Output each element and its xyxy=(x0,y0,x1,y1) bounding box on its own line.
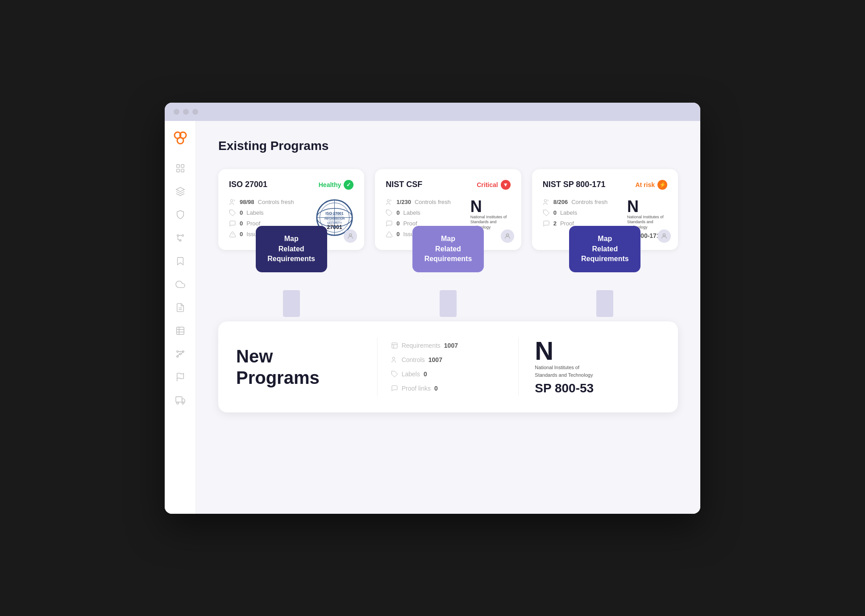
svg-point-40 xyxy=(544,200,546,202)
nist-sp800-labels-row: 0 Labels xyxy=(543,209,607,216)
new-req-row: Requirements 1007 xyxy=(391,342,505,349)
new-labels-label: Labels xyxy=(402,370,420,378)
main-content: Existing Programs ISO 27001 Healthy ✓ xyxy=(196,121,700,514)
new-proof-row: Proof links 0 xyxy=(391,385,505,392)
proof-icon xyxy=(229,220,236,227)
nist-sp800-map-btn[interactable]: Map Related Requirements xyxy=(569,226,640,272)
nist-csf-controls-value: 1/230 xyxy=(396,199,411,205)
proof-icon-4 xyxy=(391,385,398,392)
nist-csf-header: NIST CSF Critical ▼ xyxy=(386,180,510,190)
new-req-label: Requirements xyxy=(402,342,441,349)
labels-icon-3 xyxy=(543,209,550,216)
new-proof-label: Proof links xyxy=(402,385,431,392)
issues-icon xyxy=(229,231,236,238)
browser-titlebar xyxy=(165,103,700,121)
nist-sp800-map-btn-container: Map Related Requirements xyxy=(569,226,640,272)
controls-icon-3 xyxy=(543,199,550,206)
pipe-1 xyxy=(218,295,364,321)
nist-csf-map-btn-container: Map Related Requirements xyxy=(412,226,484,272)
nist-sp800-card: NIST SP 800-171 At risk ⚡ 8/206 xyxy=(532,169,678,250)
svg-point-23 xyxy=(182,402,184,404)
labels-icon xyxy=(229,209,236,216)
proof-icon-2 xyxy=(386,220,393,227)
nist-csf-labels-row: 0 Labels xyxy=(386,209,450,216)
svg-point-22 xyxy=(176,402,179,404)
nist-sp800-header: NIST SP 800-171 At risk ⚡ xyxy=(543,180,667,190)
flow-icon[interactable] xyxy=(174,348,187,360)
pipes-area xyxy=(218,295,678,321)
pipe-vertical-1 xyxy=(283,290,300,317)
iso27001-header: ISO 27001 Healthy ✓ xyxy=(229,180,353,190)
bookmark-icon[interactable] xyxy=(174,255,187,267)
nist-sp800-avatar xyxy=(657,229,671,243)
grid2-icon[interactable] xyxy=(174,325,187,337)
cloud-icon[interactable] xyxy=(174,278,187,291)
browser-content: Existing Programs ISO 27001 Healthy ✓ xyxy=(165,121,700,514)
pipe-3 xyxy=(532,295,678,321)
svg-rect-21 xyxy=(175,396,182,402)
iso27001-title: ISO 27001 xyxy=(229,180,267,189)
svg-point-39 xyxy=(506,233,508,236)
cards-row: ISO 27001 Healthy ✓ 98/98 xyxy=(218,169,678,250)
controls-icon xyxy=(229,199,236,206)
nist-sp800-controls-row: 8/206 Controls fresh xyxy=(543,199,607,206)
nist-sp800-labels-value: 0 xyxy=(553,209,557,216)
layout-wrapper: ISO 27001 Healthy ✓ 98/98 xyxy=(218,169,678,412)
nist-large-label: SP 800-53 xyxy=(535,381,594,395)
nist-large-n: N xyxy=(535,338,553,364)
iso27001-labels-value: 0 xyxy=(240,209,243,216)
truck-icon[interactable] xyxy=(174,394,187,407)
existing-programs-title: Existing Programs xyxy=(218,139,678,153)
svg-point-8 xyxy=(182,234,183,236)
iso27001-controls-label: Controls fresh xyxy=(258,199,294,205)
flag-icon[interactable] xyxy=(174,371,187,383)
new-programs-stats: Requirements 1007 Controls 1007 Labels 0 xyxy=(378,337,519,396)
nist-csf-issues-value: 0 xyxy=(396,231,399,237)
nist-sp800-stats: 8/206 Controls fresh 0 Labels xyxy=(543,199,607,227)
iso27001-card: ISO 27001 Healthy ✓ 98/98 xyxy=(218,169,364,250)
nist-csf-card: NIST CSF Critical ▼ 1/230 xyxy=(375,169,521,250)
iso27001-avatar xyxy=(344,229,357,243)
nist-sp800-controls-value: 8/206 xyxy=(553,199,568,205)
issues-icon-2 xyxy=(386,231,393,238)
svg-rect-42 xyxy=(392,343,397,348)
nist-csf-controls-label: Controls fresh xyxy=(415,199,451,205)
new-programs-title: New Programs xyxy=(236,345,320,388)
new-labels-row: Labels 0 xyxy=(391,370,505,378)
browser-dot-1 xyxy=(174,109,179,115)
nist-csf-title: NIST CSF xyxy=(386,180,422,189)
new-controls-row: Controls 1007 xyxy=(391,356,505,363)
svg-point-18 xyxy=(179,353,181,355)
new-proof-value: 0 xyxy=(434,385,438,392)
nist-csf-labels-value: 0 xyxy=(396,209,399,216)
nist-csf-map-btn[interactable]: Map Related Requirements xyxy=(412,226,484,272)
nist-sp800-labels-label: Labels xyxy=(560,209,577,216)
nist-csf-n-text: N xyxy=(470,199,482,215)
sidebar xyxy=(165,121,196,514)
iso27001-map-btn[interactable]: Map Related Requirements xyxy=(256,226,327,272)
new-programs-title-section: New Programs xyxy=(236,337,378,396)
pipe-vertical-3 xyxy=(596,290,613,317)
svg-point-38 xyxy=(387,200,390,202)
nist-csf-status: Critical ▼ xyxy=(477,180,510,190)
nist-sp800-n-text: N xyxy=(627,199,639,215)
nist-sp800-proof-value: 2 xyxy=(553,220,557,227)
svg-point-7 xyxy=(177,234,179,236)
new-controls-label: Controls xyxy=(402,356,425,363)
iso27001-issues-value: 0 xyxy=(240,231,243,237)
shield-icon[interactable] xyxy=(174,208,187,221)
svg-point-24 xyxy=(230,200,233,202)
nist-large-subtitle: National Institutes of Standards and Tec… xyxy=(535,364,593,379)
cube-icon[interactable] xyxy=(174,185,187,198)
browser-dot-3 xyxy=(192,109,198,115)
req-icon xyxy=(391,342,398,349)
branch-icon[interactable] xyxy=(174,232,187,244)
iso27001-status: Healthy ✓ xyxy=(319,180,354,190)
new-programs-card: New Programs Requirements 1007 Controls … xyxy=(218,321,678,412)
document-icon[interactable] xyxy=(174,301,187,314)
iso27001-map-btn-container: Map Related Requirements xyxy=(256,226,327,272)
grid-icon[interactable] xyxy=(174,162,187,175)
nist-sp800-controls-label: Controls fresh xyxy=(571,199,607,205)
iso27001-labels-label: Labels xyxy=(246,209,263,216)
iso27001-controls-row: 98/98 Controls fresh xyxy=(229,199,294,206)
